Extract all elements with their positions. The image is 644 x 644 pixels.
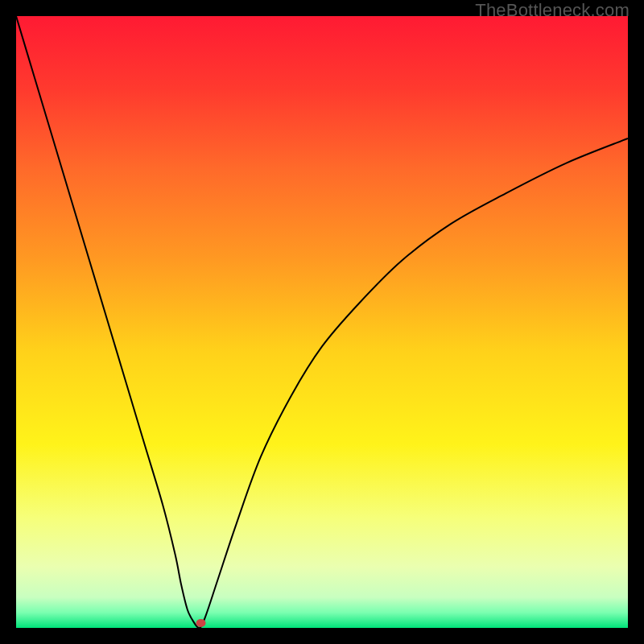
min-point-marker [196,619,206,627]
chart-frame: TheBottleneck.com [0,0,644,644]
watermark-text: TheBottleneck.com [475,0,630,21]
chart-svg [16,16,628,628]
plot-area [16,16,628,628]
